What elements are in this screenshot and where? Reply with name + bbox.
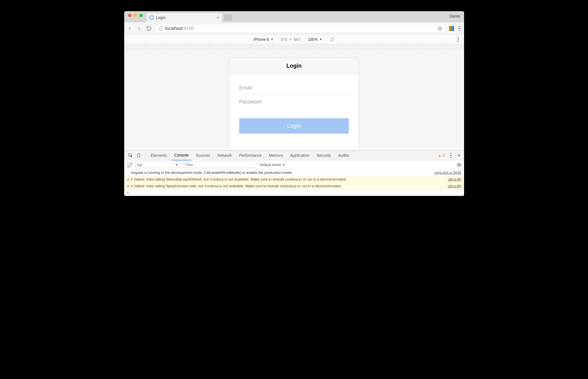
- password-field-wrapper: [239, 96, 349, 108]
- log-source[interactable]: util.js:60: [448, 177, 461, 181]
- gear-icon[interactable]: [457, 163, 461, 167]
- minimize-window-icon[interactable]: [134, 14, 137, 17]
- warning-icon: ▲: [438, 153, 442, 158]
- device-width[interactable]: 375: [281, 37, 287, 42]
- login-button[interactable]: Login: [239, 118, 349, 134]
- chevron-down-icon: ▼: [283, 163, 285, 166]
- console-output: Angular is running in the development mo…: [124, 169, 464, 196]
- chevron-down-icon: ▼: [271, 38, 273, 41]
- forward-button[interactable]: [136, 25, 143, 32]
- console-prompt[interactable]: >: [124, 190, 464, 196]
- site-info-icon[interactable]: [159, 26, 163, 31]
- zoom-select[interactable]: 100% ▼: [308, 37, 322, 42]
- devtools-tabbar: Elements Console Sources Network Perform…: [124, 150, 464, 160]
- warning-count: 2: [443, 153, 445, 158]
- device-name: iPhone 6: [253, 37, 269, 42]
- tab-console[interactable]: Console: [171, 150, 191, 160]
- profile-label[interactable]: Demo: [450, 14, 460, 18]
- warning-icon: [126, 177, 130, 181]
- page-title: Login: [230, 58, 358, 74]
- svg-rect-5: [128, 180, 128, 180]
- reload-button[interactable]: [145, 25, 152, 32]
- url-text: localhost:8100: [165, 26, 194, 31]
- warning-count-badge[interactable]: ▲ 2: [438, 153, 445, 158]
- tab-network[interactable]: Network: [215, 150, 235, 160]
- expand-caret-icon[interactable]: ▶: [131, 184, 133, 187]
- tab-audits[interactable]: Audits: [335, 150, 352, 160]
- svg-rect-0: [330, 37, 334, 41]
- browser-tab[interactable]: Login ×: [147, 13, 222, 22]
- chevron-down-icon: ▼: [319, 38, 322, 41]
- tab-application[interactable]: Application: [288, 150, 312, 160]
- device-mode-icon[interactable]: [135, 152, 142, 159]
- tab-security[interactable]: Security: [314, 150, 334, 160]
- close-tab-icon[interactable]: ×: [217, 15, 219, 20]
- maximize-window-icon[interactable]: [139, 14, 143, 17]
- log-levels-value: Default levels: [260, 163, 281, 167]
- device-menu-icon[interactable]: [456, 37, 461, 42]
- window-controls: [124, 14, 147, 20]
- bookmark-icon[interactable]: [438, 26, 443, 31]
- log-message: Angular is running in the development mo…: [131, 170, 429, 175]
- close-window-icon[interactable]: [128, 14, 131, 17]
- svg-rect-2: [138, 154, 140, 157]
- tab-elements[interactable]: Elements: [148, 150, 170, 160]
- svg-rect-7: [128, 187, 128, 187]
- favicon-icon: [149, 15, 154, 20]
- app-frame: Login Login: [230, 58, 358, 150]
- context-select[interactable]: top ▼: [135, 162, 180, 168]
- new-tab-button[interactable]: [224, 15, 232, 21]
- extension-icon[interactable]: [449, 26, 454, 31]
- ruler: [124, 44, 464, 50]
- back-button[interactable]: [126, 25, 133, 32]
- password-field[interactable]: [239, 99, 349, 105]
- log-levels-select[interactable]: Default levels ▼: [260, 163, 285, 167]
- warning-icon: [126, 184, 130, 188]
- url-field[interactable]: localhost:8100: [155, 24, 446, 33]
- console-toolbar: top ▼ Default levels ▼: [124, 160, 464, 169]
- close-devtools-icon[interactable]: [457, 153, 461, 158]
- devtools-menu-icon[interactable]: [448, 153, 453, 158]
- browser-window: Login × Demo localhost:8100 iPhone 6 ▼: [124, 11, 464, 196]
- log-row: ▶ Native: tried calling StatusBar.styleD…: [124, 176, 464, 183]
- emulated-viewport: Login Login: [124, 50, 464, 150]
- inspect-icon[interactable]: [127, 152, 134, 159]
- filter-input[interactable]: [184, 162, 256, 168]
- email-field[interactable]: [239, 85, 349, 91]
- tab-title: Login: [156, 15, 166, 20]
- svg-point-3: [458, 164, 460, 165]
- browser-menu-icon[interactable]: [457, 26, 462, 31]
- log-source[interactable]: core.es5.js:3046: [434, 170, 461, 175]
- expand-caret-icon[interactable]: ▶: [131, 178, 133, 181]
- device-select[interactable]: iPhone 6 ▼: [253, 37, 273, 42]
- log-message: Native: tried calling StatusBar.styleDef…: [134, 177, 442, 181]
- dimensions: 375 × 667: [281, 37, 300, 42]
- zoom-value: 100%: [308, 37, 318, 42]
- svg-rect-4: [128, 179, 128, 180]
- address-bar: localhost:8100: [124, 22, 464, 35]
- email-field-wrapper: [239, 82, 349, 94]
- tab-sources[interactable]: Sources: [193, 150, 213, 160]
- tab-performance[interactable]: Performance: [236, 150, 264, 160]
- context-value: top: [137, 163, 142, 167]
- device-toolbar: iPhone 6 ▼ 375 × 667 100% ▼: [124, 35, 464, 44]
- log-message: Native: tried calling SplashScreen.hide,…: [134, 184, 442, 188]
- log-row: Angular is running in the development mo…: [124, 169, 464, 176]
- log-row: ▶ Native: tried calling SplashScreen.hid…: [124, 183, 464, 190]
- login-form: Login: [230, 74, 358, 139]
- log-source[interactable]: util.js:60: [448, 184, 461, 188]
- device-height[interactable]: 667: [294, 37, 300, 42]
- chevron-down-icon: ▼: [175, 163, 178, 166]
- clear-console-icon[interactable]: [127, 162, 132, 167]
- tab-memory[interactable]: Memory: [266, 150, 286, 160]
- tab-bar: Login × Demo: [124, 11, 464, 22]
- svg-rect-6: [128, 186, 128, 186]
- rotate-icon[interactable]: [330, 37, 335, 42]
